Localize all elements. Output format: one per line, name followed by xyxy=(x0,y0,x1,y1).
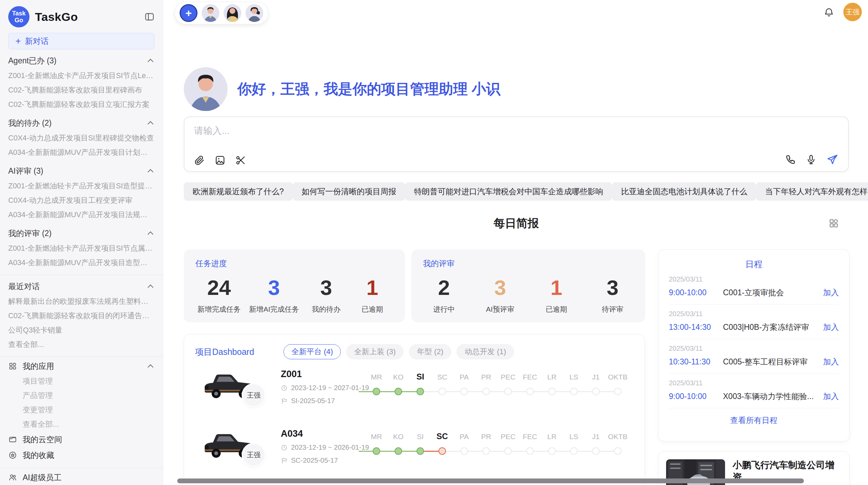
suggestion-chip[interactable]: 特朗普可能对进口汽车增税会对中国车企造成哪些影响 xyxy=(405,182,612,201)
my-review-stats: 2进行中3AI预评审1已逾期3待评审 xyxy=(423,277,634,314)
user-avatar[interactable]: 王强 xyxy=(843,3,862,21)
dashboard-title: 项目Dashboard xyxy=(195,346,254,358)
schedule-row: 10:30-11:30C005-整车工程目标评审加入 xyxy=(669,357,839,367)
task-item[interactable]: C0X4-动力总成开发项目工程变更评审 xyxy=(8,193,155,208)
stat: 3AI预评审 xyxy=(481,277,519,314)
task-progress-stats: 24新增完成任务3新增AI完成任务3我的待办1已逾期 xyxy=(195,277,393,314)
stat-label: 我的待办 xyxy=(308,304,345,314)
view-all-schedule-link[interactable]: 查看所有日程 xyxy=(669,415,839,426)
task-item[interactable]: A034-全新新能源MUV产品开发项目计划变更表编写 xyxy=(8,145,155,160)
sidebar-section-header-2[interactable]: AI评审 (3) xyxy=(8,163,155,179)
schedule-time: 10:30-11:30 xyxy=(669,357,723,366)
schedule-item: 2025/03/119:00-10:00X003-车辆动力学性能验...加入 xyxy=(669,374,839,408)
sidebar-section-header-0[interactable]: Agent已办 (3) xyxy=(8,53,155,69)
recent-chat-item[interactable]: C02-飞腾新能源轻客改款项目的闭环通告反馈情况 xyxy=(8,309,155,323)
join-meeting-link[interactable]: 加入 xyxy=(823,357,839,367)
sidebar-section-header-1[interactable]: 我的待办 (2) xyxy=(8,115,155,131)
task-item[interactable]: Z001-全新燃油皮卡产品开发项目SI节点Lesson Learn报告 xyxy=(8,69,155,83)
app-sub-item[interactable]: 变更管理 xyxy=(8,403,155,417)
agent-avatar-3[interactable] xyxy=(245,4,263,22)
schedule-date: 2025/03/11 xyxy=(669,379,839,387)
dashboard-tab[interactable]: 全新平台 (4) xyxy=(284,344,341,359)
sidebar-item-cloud-space[interactable]: 我的云空间 xyxy=(8,432,155,447)
suggestion-chip[interactable]: 如何写一份清晰的项目周报 xyxy=(293,182,405,201)
stat-label: 进行中 xyxy=(425,304,463,314)
plus-icon: + xyxy=(15,37,21,46)
milestone-node xyxy=(570,447,578,455)
app-sub-item[interactable]: 项目管理 xyxy=(8,374,155,388)
schedule-time: 9:00-10:00 xyxy=(669,288,723,297)
join-meeting-link[interactable]: 加入 xyxy=(823,322,839,333)
milestone-node xyxy=(592,388,600,395)
message-input[interactable] xyxy=(194,125,777,145)
recent-chats-header[interactable]: 最近对话 xyxy=(8,278,155,294)
project-dates: 2023-12-19 ~ 2026-01-19 xyxy=(281,444,369,451)
task-item[interactable]: C02-飞腾新能源轻客改款项目立项汇报方案 xyxy=(8,97,155,112)
project-flag: SC-2025-05-17 xyxy=(281,457,338,464)
milestone-node xyxy=(438,447,446,455)
recent-chat-item[interactable]: 公司Q3轻卡销量 xyxy=(8,323,155,337)
attachment-icon[interactable] xyxy=(194,155,205,166)
recent-chat-item[interactable]: 解释最新出台的欧盟报废车法规再生塑料比例被调至15%... xyxy=(8,294,155,309)
agent-avatar-1[interactable] xyxy=(202,4,219,22)
agent-avatar-2[interactable] xyxy=(224,4,241,22)
project-dashboard-card: 项目Dashboard 全新平台 (4)全新上装 (3)年型 (2)动总开发 (… xyxy=(184,334,645,485)
sidebar-section-header-3[interactable]: 我的评审 (2) xyxy=(8,225,155,241)
join-meeting-link[interactable]: 加入 xyxy=(823,391,839,402)
sidebar-collapse-icon[interactable] xyxy=(144,12,155,22)
sidebar-item-label: 我的收藏 xyxy=(23,450,54,461)
send-icon[interactable] xyxy=(826,153,839,166)
stat-value: 3 xyxy=(308,277,345,298)
screenshot-icon[interactable] xyxy=(235,155,246,166)
suggestion-chip[interactable]: 比亚迪全固态电池计划具体说了什么 xyxy=(612,182,756,201)
milestone-node xyxy=(526,388,534,395)
suggestion-chip[interactable]: 当下年轻人对汽车外观有怎样的喜好趋势 xyxy=(756,182,868,201)
stat-value: 1 xyxy=(538,277,575,298)
milestone-node xyxy=(526,447,534,455)
app-sub-item[interactable]: 产品管理 xyxy=(8,388,155,403)
sidebar: Task Go TaskGo + 新对话 Agent已办 (3)Z001-全新燃… xyxy=(0,0,163,485)
join-meeting-link[interactable]: 加入 xyxy=(823,287,839,298)
sidebar-tool-ai-staff[interactable]: AI超级员工 xyxy=(8,470,155,485)
schedule-date: 2025/03/11 xyxy=(669,310,839,318)
voice-call-icon[interactable] xyxy=(785,154,796,165)
task-item[interactable]: C02-飞腾新能源轻客改款项目里程碑画布 xyxy=(8,83,155,97)
microphone-icon[interactable] xyxy=(806,154,817,165)
task-item[interactable]: Z001-全新燃油轻卡产品开发项目SI节点属性5D文件评审 xyxy=(8,241,155,256)
sidebar-item-favorites[interactable]: 我的收藏 xyxy=(8,447,155,463)
project-row[interactable]: 王强Z0012023-12-19 ~ 2027-01-19SI-2025-05-… xyxy=(195,368,634,419)
new-chat-button[interactable]: + 新对话 xyxy=(8,33,155,49)
task-item[interactable]: A034-全新新能源MUV产品开发项目造型可行性评审 xyxy=(8,256,155,270)
add-agent-button[interactable]: + xyxy=(180,4,197,22)
image-upload-icon[interactable] xyxy=(215,155,226,166)
greeting-section: 你好，王强，我是你的项目管理助理 小识 xyxy=(184,67,501,111)
stat-value: 24 xyxy=(197,277,241,298)
task-item[interactable]: Z001-全新燃油轻卡产品开发项目SI造型提交物评审 xyxy=(8,179,155,193)
dashboard-tab[interactable]: 全新上装 (3) xyxy=(346,344,403,359)
divider xyxy=(0,468,163,468)
flag-icon xyxy=(281,457,288,464)
chevron-up-icon xyxy=(148,364,154,370)
view-all-chats-link[interactable]: 查看全部... xyxy=(8,337,155,352)
layout-grid-icon[interactable] xyxy=(828,218,839,229)
sidebar-item-my-apps[interactable]: 我的应用 xyxy=(8,358,155,374)
divider xyxy=(0,357,163,357)
milestone-node xyxy=(373,388,380,395)
notification-bell-icon[interactable] xyxy=(823,7,834,18)
horizontal-scrollbar[interactable] xyxy=(177,478,804,483)
dashboard-tab[interactable]: 动总开发 (1) xyxy=(457,344,514,359)
schedule-item: 2025/03/1110:30-11:30C005-整车工程目标评审加入 xyxy=(669,339,839,373)
task-item[interactable]: A034-全新新能源MUV产品开发项目法规符合性评审 xyxy=(8,208,155,222)
section-title: Agent已办 (3) xyxy=(8,55,148,66)
schedule-event-title: C001-立项审批会 xyxy=(723,287,823,298)
dashboard-tab[interactable]: 年型 (2) xyxy=(409,344,451,359)
task-item[interactable]: C0X4-动力总成开发项目SI里程碑提交物检查 xyxy=(8,131,155,145)
schedule-title: 日程 xyxy=(669,259,839,270)
suggestion-chip[interactable]: 欧洲新规最近颁布了什么? xyxy=(184,182,293,201)
app-title: TaskGo xyxy=(35,10,139,24)
chevron-up-icon xyxy=(148,231,154,237)
new-chat-label: 新对话 xyxy=(25,36,49,47)
project-row[interactable]: 王强A0342023-12-19 ~ 2026-01-19SC-2025-05-… xyxy=(195,428,634,478)
app-sub-item[interactable]: 查看全部... xyxy=(8,417,155,432)
greeting-text: 你好，王强，我是你的项目管理助理 小识 xyxy=(237,79,501,99)
